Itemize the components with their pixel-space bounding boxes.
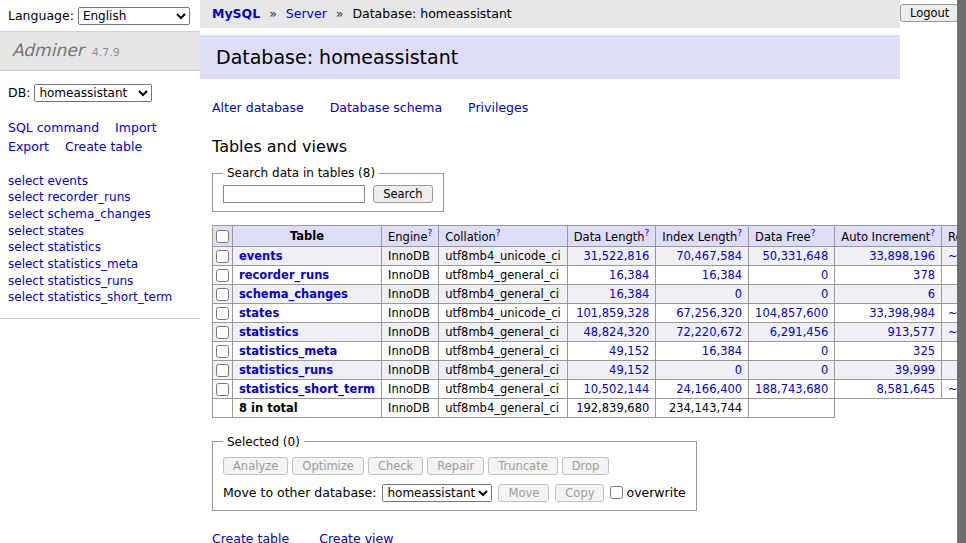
- data-length-link[interactable]: 48,824,320: [583, 325, 649, 339]
- row-checkbox[interactable]: [216, 269, 229, 282]
- auto-increment-link[interactable]: 39,999: [895, 363, 935, 377]
- search-fieldset: Search data in tables (8) Search: [212, 166, 444, 212]
- search-button[interactable]: Search: [373, 185, 433, 203]
- data-free-cell: 188,743,680: [749, 379, 835, 398]
- vertical-scrollbar[interactable]: [957, 0, 966, 543]
- index-length-link[interactable]: 0: [735, 363, 742, 377]
- table-name-link[interactable]: statistics_meta: [239, 344, 337, 358]
- data-length-link[interactable]: 16,384: [609, 268, 649, 282]
- table-name-link[interactable]: recorder_runs: [239, 268, 329, 282]
- app-name-link[interactable]: Adminer: [12, 40, 84, 60]
- export-link[interactable]: Export: [8, 139, 49, 154]
- create-table-sidebar-link[interactable]: Create table: [65, 139, 142, 154]
- data-length-link[interactable]: 49,152: [609, 363, 649, 377]
- optimize-button[interactable]: Optimize: [292, 457, 364, 475]
- table-name-link[interactable]: events: [239, 249, 283, 263]
- index-length-link[interactable]: 16,384: [702, 344, 742, 358]
- sidebar-table-link[interactable]: select recorder_runs: [8, 190, 131, 204]
- overwrite-checkbox[interactable]: [610, 486, 623, 499]
- table-name-link[interactable]: schema_changes: [239, 287, 348, 301]
- data-free-link[interactable]: 0: [821, 287, 828, 301]
- column-help-link[interactable]: ?: [427, 228, 432, 238]
- row-checkbox[interactable]: [216, 288, 229, 301]
- truncate-button[interactable]: Truncate: [488, 457, 558, 475]
- sidebar-table-link[interactable]: select statistics_meta: [8, 257, 138, 271]
- data-length-link[interactable]: 10,502,144: [583, 382, 649, 396]
- move-button[interactable]: Move: [498, 484, 549, 502]
- index-length-link[interactable]: 24,166,400: [676, 382, 742, 396]
- row-checkbox[interactable]: [216, 250, 229, 263]
- index-length-link[interactable]: 67,256,320: [676, 306, 742, 320]
- row-checkbox[interactable]: [216, 364, 229, 377]
- auto-increment-link[interactable]: 378: [913, 268, 935, 282]
- logout-button[interactable]: Logout: [900, 4, 959, 22]
- table-name-link[interactable]: statistics_runs: [239, 363, 333, 377]
- alter-database-link[interactable]: Alter database: [212, 100, 304, 115]
- sidebar-table-link[interactable]: select statistics: [8, 240, 101, 254]
- move-database-select[interactable]: homeassistant: [382, 484, 492, 502]
- collation-cell: utf8mb4_general_ci: [439, 265, 568, 284]
- table-name-link[interactable]: statistics: [239, 325, 299, 339]
- data-free-link[interactable]: 6,291,456: [770, 325, 829, 339]
- create-view-link[interactable]: Create view: [319, 531, 393, 543]
- breadcrumb-server-link[interactable]: Server: [286, 6, 327, 21]
- create-table-link[interactable]: Create table: [212, 531, 289, 543]
- column-label: Data Free: [755, 230, 811, 244]
- row-checkbox[interactable]: [216, 383, 229, 396]
- column-help-link[interactable]: ?: [930, 228, 935, 238]
- column-help-link[interactable]: ?: [737, 228, 742, 238]
- data-free-link[interactable]: 0: [821, 268, 828, 282]
- data-free-link[interactable]: 0: [821, 363, 828, 377]
- table-name-link[interactable]: states: [239, 306, 279, 320]
- privileges-link[interactable]: Privileges: [468, 100, 528, 115]
- auto-increment-link[interactable]: 33,398,984: [869, 306, 935, 320]
- drop-button[interactable]: Drop: [562, 457, 610, 475]
- table-name-link[interactable]: statistics_short_term: [239, 382, 375, 396]
- row-checkbox[interactable]: [216, 307, 229, 320]
- index-length-link[interactable]: 70,467,584: [676, 249, 742, 263]
- data-free-link[interactable]: 0: [821, 344, 828, 358]
- sidebar-table-link[interactable]: select events: [8, 174, 88, 188]
- column-help-link[interactable]: ?: [645, 228, 650, 238]
- select-all-checkbox[interactable]: [216, 230, 229, 243]
- auto-increment-link[interactable]: 8,581,645: [877, 382, 936, 396]
- data-length-link[interactable]: 49,152: [609, 344, 649, 358]
- column-help-link[interactable]: ?: [496, 228, 501, 238]
- auto-increment-link[interactable]: 6: [928, 287, 935, 301]
- import-link[interactable]: Import: [115, 120, 157, 135]
- data-length-link[interactable]: 101,859,328: [576, 306, 649, 320]
- sidebar-table-link[interactable]: select statistics_short_term: [8, 290, 172, 304]
- column-help-link[interactable]: ?: [811, 228, 816, 238]
- data-length-link[interactable]: 16,384: [609, 287, 649, 301]
- sidebar-table-item: select events: [8, 173, 192, 190]
- auto-increment-link[interactable]: 33,898,196: [869, 249, 935, 263]
- analyze-button[interactable]: Analyze: [223, 457, 288, 475]
- search-input[interactable]: [223, 185, 365, 203]
- selected-fieldset: Selected (0) AnalyzeOptimizeCheckRepairT…: [212, 435, 697, 511]
- sidebar-table-link[interactable]: select statistics_runs: [8, 274, 133, 288]
- column-header-collation: Collation?: [439, 226, 568, 247]
- index-length-link[interactable]: 72,220,672: [676, 325, 742, 339]
- auto-increment-link[interactable]: 325: [913, 344, 935, 358]
- repair-button[interactable]: Repair: [427, 457, 484, 475]
- sidebar-table-item: select statistics_short_term: [8, 289, 192, 306]
- sidebar-table-link[interactable]: select states: [8, 224, 84, 238]
- breadcrumb-mysql-link[interactable]: MySQL: [212, 6, 260, 21]
- language-select[interactable]: English: [78, 7, 190, 25]
- data-free-link[interactable]: 50,331,648: [762, 249, 828, 263]
- check-button[interactable]: Check: [368, 457, 423, 475]
- copy-button[interactable]: Copy: [555, 484, 604, 502]
- auto-increment-link[interactable]: 913,577: [887, 325, 935, 339]
- sql-command-link[interactable]: SQL command: [8, 120, 99, 135]
- row-checkbox[interactable]: [216, 326, 229, 339]
- data-length-link[interactable]: 31,522,816: [583, 249, 649, 263]
- row-checkbox[interactable]: [216, 345, 229, 358]
- scrollbar-thumb[interactable]: [957, 0, 966, 543]
- database-schema-link[interactable]: Database schema: [330, 100, 442, 115]
- db-select[interactable]: homeassistant: [34, 84, 152, 102]
- data-free-link[interactable]: 188,743,680: [755, 382, 828, 396]
- sidebar-table-link[interactable]: select schema_changes: [8, 207, 151, 221]
- index-length-link[interactable]: 16,384: [702, 268, 742, 282]
- data-free-link[interactable]: 104,857,600: [755, 306, 828, 320]
- index-length-link[interactable]: 0: [735, 287, 742, 301]
